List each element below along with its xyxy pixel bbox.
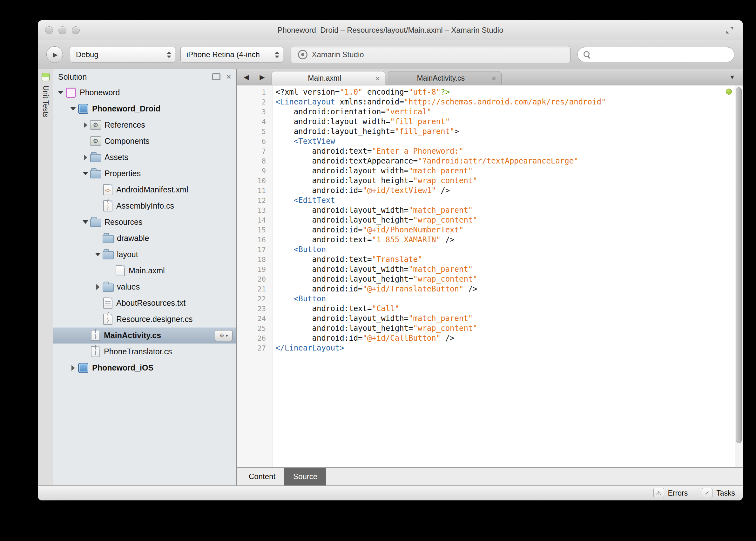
code-text: <LinearLayout xmlns:android="http://sche…: [272, 97, 606, 107]
navigate-forward-icon[interactable]: ▶: [260, 73, 265, 81]
code-token: android:orientation=: [275, 107, 386, 116]
line-number: 4: [237, 117, 272, 127]
close-tab-icon[interactable]: ×: [491, 74, 496, 83]
tree-item-phonetranslator-cs[interactable]: PhoneTranslator.cs: [53, 343, 236, 360]
scrollbar-thumb[interactable]: [736, 87, 742, 443]
code-line-4: 4 android:layout_width="fill_parent": [237, 117, 735, 127]
code-text: android:text="1-855-XAMARIN" />: [272, 235, 455, 245]
search-field[interactable]: [577, 47, 734, 62]
dock-pad-icon[interactable]: [212, 73, 220, 80]
tree-item-androidmanifest-xml[interactable]: AndroidManifest.xml: [53, 182, 236, 198]
stepper-icon: [164, 51, 171, 58]
expander-down-icon[interactable]: [69, 101, 78, 117]
code-line-26: 26 android:id="@+id/CallButton" />: [237, 333, 735, 343]
code-token: "wrap_content": [413, 216, 477, 225]
tree-item-aboutresources-txt[interactable]: AboutResources.txt: [53, 295, 236, 311]
unit-tests-sidebar-tab[interactable]: Unit Tests: [38, 69, 53, 485]
line-number: 27: [237, 343, 272, 353]
expander-down-icon[interactable]: [81, 214, 90, 230]
zoom-window-button[interactable]: [72, 26, 80, 34]
search-icon: [584, 51, 591, 58]
code-token: [275, 137, 294, 146]
expander-down-icon[interactable]: [81, 166, 90, 182]
expander-right-icon[interactable]: [81, 149, 90, 166]
tree-item-components[interactable]: Components: [53, 133, 236, 149]
project-icon: [78, 104, 88, 114]
editor-tab-mainactivity-cs[interactable]: MainActivity.cs×: [388, 71, 502, 85]
code-token: android:layout_height=: [275, 274, 413, 283]
editor-tab-main-axml[interactable]: Main.axml×: [272, 71, 385, 85]
tasks-button[interactable]: ✓ Tasks: [702, 488, 735, 498]
tree-item-values[interactable]: values: [53, 279, 236, 295]
code-line-8: 8 android:textAppearance="?android:attr/…: [237, 156, 735, 166]
tree-item-phoneword-droid[interactable]: Phoneword_Droid: [53, 101, 236, 117]
tree-item-resources[interactable]: Resources: [53, 214, 236, 230]
code-token: android:layout_width=: [275, 206, 408, 215]
minimize-window-button[interactable]: [58, 26, 66, 34]
navigate-back-icon[interactable]: ◀: [244, 73, 249, 81]
code-token: <Button: [294, 294, 326, 303]
status-text: Xamarin Studio: [312, 50, 364, 59]
device-dropdown[interactable]: iPhone Retina (4-inch: [180, 47, 283, 63]
tree-item-mainactivity-cs[interactable]: MainActivity.cs⚙▾: [53, 327, 236, 343]
tasks-label: Tasks: [716, 489, 735, 497]
code-line-19: 19 android:layout_width="match_parent": [237, 265, 735, 274]
code-token: />: [441, 235, 454, 244]
window-title: Phoneword_Droid – Resources/layout/Main.…: [38, 26, 743, 35]
code-token: android:text=: [275, 304, 372, 313]
tree-item-layout[interactable]: layout: [53, 247, 236, 263]
tree-item-label: Phoneword_iOS: [92, 363, 153, 372]
fullscreen-icon[interactable]: [725, 25, 734, 36]
close-tab-icon[interactable]: ×: [375, 74, 380, 83]
code-text: android:orientation="vertical": [272, 107, 431, 117]
main-toolbar: ▶ Debug iPhone Retina (4-inch Xamarin St…: [38, 40, 743, 69]
code-line-21: 21 android:id="@+id/TranslateButton" />: [237, 284, 735, 294]
code-token: "Translate": [372, 255, 422, 264]
expander-right-icon[interactable]: [93, 279, 102, 295]
item-options-gear-button[interactable]: ⚙▾: [215, 330, 233, 341]
code-token: [275, 294, 294, 303]
code-token: android:layout_width=: [275, 265, 408, 274]
tree-item-phoneword[interactable]: Phoneword: [53, 85, 236, 101]
editor-scrollbar[interactable]: [735, 85, 743, 467]
run-button[interactable]: ▶: [46, 46, 63, 63]
errors-button[interactable]: ⚠ Errors: [653, 488, 688, 498]
expander-right-icon[interactable]: [69, 360, 78, 376]
tree-item-references[interactable]: References: [53, 117, 236, 133]
tree-item-assets[interactable]: Assets: [53, 149, 236, 166]
file-txt-icon: [103, 297, 112, 308]
tree-item-properties[interactable]: Properties: [53, 166, 236, 182]
tree-item-assemblyinfo-cs[interactable]: AssemblyInfo.cs: [53, 198, 236, 214]
code-line-11: 11 android:id="@+id/textView1" />: [237, 186, 735, 196]
tree-item-resource-designer-cs[interactable]: Resource.designer.cs: [53, 311, 236, 327]
search-input[interactable]: [594, 50, 728, 59]
line-number: 10: [237, 176, 272, 186]
view-tab-content[interactable]: Content: [240, 468, 284, 485]
tree-item-phoneword-ios[interactable]: Phoneword_iOS: [53, 360, 236, 376]
configuration-dropdown[interactable]: Debug: [70, 47, 175, 63]
code-token: android:id=: [275, 284, 363, 293]
code-token: "wrap_content": [413, 274, 477, 283]
line-number: 25: [237, 323, 272, 333]
expander-right-icon[interactable]: [81, 117, 90, 133]
code-editor[interactable]: 1<?xml version="1.0" encoding="utf-8"?>2…: [237, 85, 735, 467]
tree-item-main-axml[interactable]: Main.axml: [53, 263, 236, 279]
line-number: 14: [237, 215, 272, 225]
tree-item-label: PhoneTranslator.cs: [104, 347, 172, 356]
main-content: Unit Tests Solution × PhonewordPhoneword…: [38, 69, 743, 485]
view-tab-source[interactable]: Source: [284, 468, 326, 485]
code-token: <Button: [294, 245, 326, 254]
expander-spacer: [93, 182, 102, 198]
code-text: <EditText: [272, 196, 335, 206]
play-icon: ▶: [53, 51, 57, 58]
tab-list-dropdown-icon[interactable]: ▼: [729, 74, 743, 81]
code-line-2: 2<LinearLayout xmlns:android="http://sch…: [237, 97, 735, 107]
expander-down-icon[interactable]: [93, 247, 102, 263]
code-token: android:text=: [275, 147, 372, 156]
expander-down-icon[interactable]: [56, 85, 65, 101]
close-window-button[interactable]: [45, 26, 53, 34]
tree-item-drawable[interactable]: drawable: [53, 230, 236, 247]
folder-icon: [90, 219, 101, 227]
code-token: <TextView: [294, 137, 335, 146]
close-pad-icon[interactable]: ×: [226, 72, 231, 81]
